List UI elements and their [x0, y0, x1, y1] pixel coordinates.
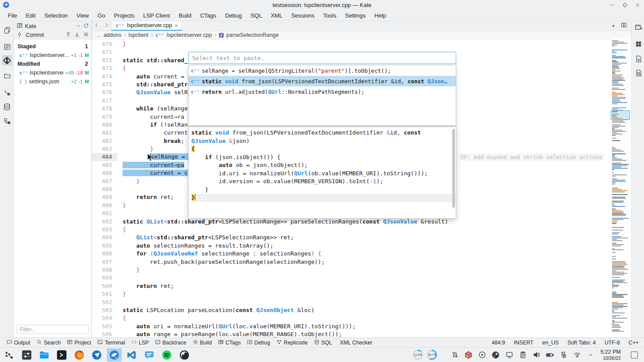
structure-panel-icon[interactable] — [2, 116, 12, 126]
statusbar-tool-button[interactable]: LSP — [128, 339, 152, 346]
statusbar-tool-button[interactable]: Build — [190, 339, 215, 346]
maximize-icon[interactable] — [622, 2, 628, 8]
statusbar-status-item[interactable]: UTF-8 — [605, 340, 620, 346]
output-panel-icon[interactable] — [2, 41, 12, 52]
statusbar-tool-button[interactable]: Search — [33, 339, 64, 346]
statusbar-tool-button[interactable]: Terminal — [94, 339, 128, 346]
back-icon[interactable] — [94, 22, 99, 30]
statusbar-tool-button[interactable]: Output — [4, 339, 33, 346]
taskbar-app-icon[interactable] — [72, 348, 87, 362]
statusbar-tool-button[interactable]: Replicode — [273, 339, 311, 346]
menu-item[interactable]: SQL — [246, 11, 266, 21]
menu-item[interactable]: Tools — [319, 11, 341, 21]
taskbar-app-icon[interactable] — [124, 348, 139, 362]
git-file-row[interactable]: c⁺⁺ lspclientserver... +45 -18 M — [16, 68, 90, 77]
statusbar-tool-button[interactable]: CTags — [215, 339, 244, 346]
new-window-icon[interactable] — [633, 22, 644, 32]
statusbar-status-item[interactable]: Soft Tabs: 4 — [567, 340, 596, 346]
tray-icon[interactable] — [573, 351, 581, 359]
statusbar-tool-button[interactable]: SQL — [311, 339, 335, 346]
show-desktop-button[interactable] — [631, 351, 638, 358]
tray-icon[interactable] — [546, 351, 554, 359]
git-file-row[interactable]: { } settings.json +2 -1 M — [16, 77, 90, 86]
minimize-icon[interactable] — [609, 2, 615, 8]
reload-icon[interactable] — [83, 22, 89, 30]
menu-item[interactable]: LSP Client — [139, 11, 174, 21]
sql-panel-icon[interactable] — [2, 102, 12, 112]
open-document-icon[interactable] — [633, 67, 644, 78]
events-panel-icon[interactable] — [2, 88, 12, 98]
chevron-down-icon[interactable] — [76, 22, 81, 30]
menu-item[interactable]: Projects — [109, 11, 139, 21]
paste-history-item[interactable]: c⁺⁺static void from_json(LSPVersionedTex… — [189, 76, 456, 86]
menu-item[interactable]: CTags — [196, 11, 221, 21]
statusbar-tool-button[interactable]: Debug — [244, 339, 273, 346]
statusbar-status-item[interactable]: 484:9 — [492, 340, 505, 346]
new-document-icon[interactable] — [633, 53, 644, 64]
close-icon[interactable] — [635, 2, 640, 8]
taskbar-app-icon[interactable] — [2, 348, 17, 362]
filesystem-panel-icon[interactable] — [2, 70, 12, 81]
tray-icon[interactable] — [492, 351, 500, 359]
menu-item[interactable]: Edit — [21, 11, 40, 21]
taskbar-app-icon[interactable] — [177, 348, 192, 362]
breadcrumb-ellipsis[interactable]: ... — [96, 32, 101, 38]
project-selector[interactable]: Kate — [25, 23, 74, 29]
git-pull-icon[interactable] — [74, 31, 80, 39]
menu-item[interactable]: View — [72, 11, 93, 21]
quick-open-icon[interactable] — [611, 22, 616, 30]
memory-usage-gauge[interactable]: 58.7% — [427, 350, 437, 360]
menu-item[interactable]: Settings — [341, 11, 370, 21]
cpu-usage-gauge[interactable]: 12.8% — [413, 350, 423, 360]
git-filter-input[interactable] — [17, 325, 89, 334]
breadcrumb-item-file[interactable]: lspclientserver.cpp — [167, 32, 212, 38]
statusbar-tool-button[interactable]: Backtrace — [152, 339, 190, 346]
statusbar-status-item[interactable]: en_US — [542, 340, 559, 346]
taskbar-app-icon[interactable] — [142, 348, 157, 362]
tray-icon[interactable] — [532, 351, 540, 359]
paste-history-item[interactable]: c⁺⁺return url.adjusted(QUrl::NormalizePa… — [189, 86, 456, 97]
taskbar-app-icon[interactable] — [19, 348, 34, 362]
statusbar-status-item[interactable]: C++ — [629, 340, 639, 346]
menu-item[interactable]: Debug — [221, 11, 246, 21]
menu-item[interactable]: XML — [266, 11, 287, 21]
menu-item[interactable]: Selection — [40, 11, 72, 21]
menu-item[interactable]: Build — [174, 11, 196, 21]
paste-search-input[interactable] — [188, 52, 456, 64]
paste-history-item[interactable]: c⁺⁺selRange = selRange[QStringLiteral("p… — [189, 65, 456, 76]
taskbar-app-icon[interactable] — [37, 348, 52, 362]
menu-item[interactable]: Help — [370, 11, 391, 21]
tray-icon[interactable] — [451, 351, 459, 359]
git-push-icon[interactable] — [66, 31, 71, 39]
commit-button[interactable]: Commit — [26, 32, 44, 38]
taskbar-app-icon[interactable] — [54, 348, 69, 362]
tray-icon[interactable] — [519, 351, 527, 359]
split-view-icon[interactable] — [621, 22, 627, 30]
preview-scrollbar[interactable] — [452, 129, 455, 208]
taskbar-app-icon[interactable] — [159, 348, 174, 362]
tab-lspclientserver[interactable]: c⁺⁺ lspclientserver.cpp × — [111, 21, 182, 31]
tab-close-icon[interactable]: × — [175, 22, 178, 29]
breadcrumb-item-addons[interactable]: addons — [103, 32, 121, 38]
git-menu-icon[interactable] — [83, 31, 89, 39]
tray-icon[interactable] — [505, 351, 513, 359]
statusbar-tool-button[interactable]: Project — [64, 339, 94, 346]
menu-item[interactable]: Sessions — [287, 11, 319, 21]
plugins-panel-icon[interactable] — [633, 39, 644, 49]
forward-icon[interactable] — [104, 22, 109, 30]
breadcrumb-item-symbol[interactable]: parseSelectionRange — [226, 32, 279, 38]
clock[interactable]: 5:22 PM 10/26/22 — [600, 349, 621, 360]
documents-panel-icon[interactable] — [2, 25, 12, 35]
taskbar-app-icon[interactable] — [107, 348, 122, 362]
menu-item[interactable]: Go — [93, 11, 109, 21]
tray-icon[interactable] — [587, 351, 595, 359]
statusbar-status-item[interactable]: INSERT — [514, 340, 534, 346]
git-section-header[interactable]: Modified 2 — [16, 60, 90, 68]
git-section-header[interactable]: Staged 1 — [16, 42, 90, 51]
statusbar-tool-button[interactable]: XML Checker — [335, 339, 375, 346]
tray-icon[interactable] — [478, 351, 486, 359]
menu-item[interactable]: File — [4, 11, 21, 21]
breadcrumb-item-lspclient[interactable]: lspclient — [129, 32, 148, 38]
git-file-row[interactable]: c⁺⁺ lspclientserver... +1 -1 M — [16, 51, 90, 60]
minimap-scrollbar[interactable] — [610, 39, 630, 336]
